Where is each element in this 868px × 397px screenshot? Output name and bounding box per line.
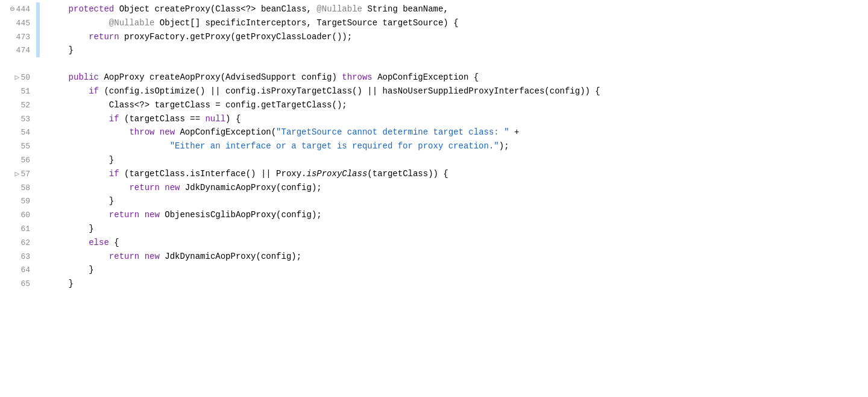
line-number: 62 [0, 237, 36, 250]
code-line: ▷50 public AopProxy createAopProxy(Advis… [0, 71, 868, 84]
code-line: 52 Class<?> targetClass = config.getTarg… [0, 98, 868, 112]
line-gutter [36, 222, 40, 236]
token: @Nullable [109, 18, 155, 28]
token: <?> [134, 100, 149, 110]
line-number: 445 [0, 17, 36, 30]
line-content: } [46, 222, 868, 235]
token: protected [69, 4, 115, 14]
line-gutter [36, 263, 40, 277]
token: + [509, 127, 520, 137]
token: new [145, 252, 160, 261]
line-number: ▷57 [0, 168, 36, 181]
code-line: 62 else { [0, 236, 868, 250]
token: } [48, 279, 74, 288]
line-number: 473 [0, 31, 36, 44]
token: ); [499, 141, 509, 151]
token [48, 32, 89, 42]
line-gutter [36, 250, 40, 264]
line-number: 51 [0, 86, 36, 98]
code-line: 58 return new JdkDynamicAopProxy(config)… [0, 181, 868, 195]
line-gutter [36, 236, 40, 250]
token [48, 210, 109, 220]
token [48, 183, 129, 192]
token: } [48, 155, 114, 165]
token: proxyFactory.getProxy(getProxyClassLoade… [119, 32, 352, 42]
token: Object [119, 4, 149, 14]
line-gutter [36, 139, 40, 153]
token: throws [342, 72, 372, 82]
line-gutter [36, 181, 40, 195]
token: AopConfigException( [180, 127, 276, 137]
code-line: 63 return new JdkDynamicAopProxy(config)… [0, 250, 868, 264]
line-gutter [36, 153, 40, 167]
line-number: 474 [0, 45, 36, 57]
code-line: 51 if (config.isOptimize() || config.isP… [0, 84, 868, 98]
line-gutter [36, 194, 40, 208]
line-gutter [36, 43, 40, 57]
code-line: 64 } [0, 263, 868, 277]
line-content: } [46, 277, 868, 290]
line-content: } [46, 263, 868, 276]
token: createAopProxy( [145, 72, 225, 82]
line-content: if (targetClass == null) { [46, 112, 868, 125]
token: return [109, 252, 139, 261]
token: return [89, 32, 119, 42]
token [48, 169, 109, 179]
line-content: return new JdkDynamicAopProxy(config); [46, 250, 868, 263]
line-number: 56 [0, 154, 36, 167]
token: { [468, 72, 479, 82]
fold-icon[interactable]: ⊖ [10, 5, 15, 14]
code-line: 60 return new ObjenesisCglibAopProxy(con… [0, 208, 868, 222]
line-content: "Either an interface or a target is requ… [46, 139, 868, 153]
line-gutter [36, 30, 40, 44]
token: public [69, 72, 99, 82]
token: new [165, 183, 180, 192]
token [48, 4, 69, 14]
line-content: } [46, 194, 868, 208]
line-gutter [36, 125, 40, 139]
line-number: 63 [0, 251, 36, 264]
token: JdkDynamicAopProxy(config); [160, 252, 301, 261]
token: beanClass, [256, 4, 317, 14]
token: return [129, 183, 159, 192]
expand-icon[interactable]: ▷ [15, 73, 20, 82]
token: } [48, 45, 74, 55]
token: AdvisedSupport [225, 72, 297, 82]
token: AopProxy [104, 72, 144, 82]
token: (config.isOptimize() || config.isProxyTa… [99, 86, 600, 96]
token [48, 114, 109, 124]
token: String [367, 4, 397, 14]
code-line: 55 "Either an interface or a target is r… [0, 139, 868, 153]
token: return [109, 210, 139, 220]
token [48, 72, 69, 82]
line-number: 52 [0, 100, 36, 112]
line-content: @Nullable Object[] specificInterceptors,… [46, 16, 868, 30]
token [139, 252, 144, 261]
line-gutter [36, 71, 40, 84]
line-content: protected Object createProxy(Class<?> be… [46, 2, 868, 16]
token: { [109, 238, 119, 247]
token: (targetClass.isInterface() || Proxy. [119, 169, 307, 179]
line-number: 59 [0, 195, 36, 208]
code-line: 53 if (targetClass == null) { [0, 112, 868, 126]
token: } [48, 224, 94, 233]
token [48, 238, 89, 247]
token [48, 141, 170, 151]
token [373, 72, 377, 82]
line-gutter [36, 208, 40, 222]
token: Object[] [160, 18, 200, 28]
line-number: ⊖444 [0, 4, 36, 16]
token: Class [215, 4, 241, 14]
token: createProxy( [149, 4, 215, 14]
line-content: return new ObjenesisCglibAopProxy(config… [46, 208, 868, 221]
line-content: return new JdkDynamicAopProxy(config); [46, 181, 868, 194]
token: targetClass = config.getTargetClass(); [149, 100, 347, 110]
token: "Either an interface or a target is requ… [170, 141, 499, 151]
line-content: if (config.isOptimize() || config.isProx… [46, 84, 868, 98]
line-content: } [46, 43, 868, 57]
token [48, 127, 129, 137]
line-gutter [36, 277, 40, 291]
line-number: 65 [0, 278, 36, 291]
token: ObjenesisCglibAopProxy(config); [160, 210, 322, 220]
expand-icon[interactable]: ▷ [15, 170, 20, 179]
